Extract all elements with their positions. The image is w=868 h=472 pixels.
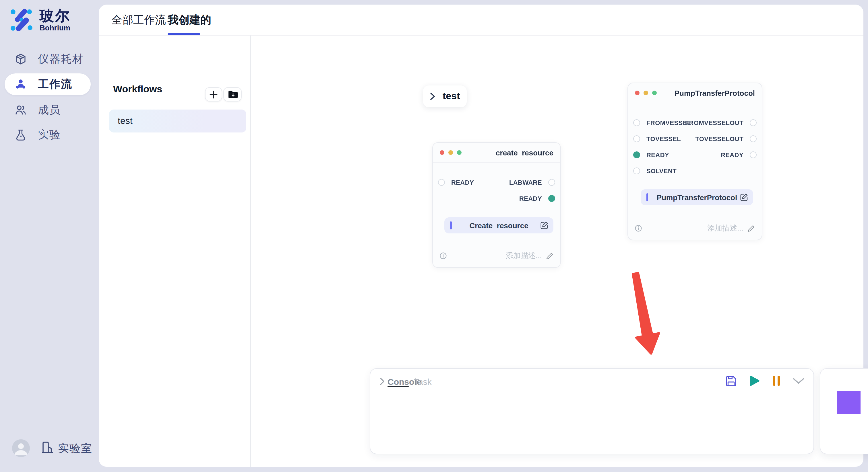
workflow-list-panel: Workflows test [99,36,250,467]
output-port-fromvesselout[interactable] [750,119,756,126]
node-footer: 添加描述... [433,250,560,267]
input-port-solvent[interactable] [633,167,640,174]
input-port-ready[interactable] [438,179,445,186]
pencil-icon [747,225,755,232]
canvas-breadcrumb[interactable]: test [423,86,467,107]
console-header: Console Task [370,369,813,394]
info-icon[interactable] [440,252,446,259]
port-label: READY [451,179,474,186]
active-tab-underline [167,33,200,35]
port-label: FROMVESSELOUT [685,119,743,126]
canvas-minimap[interactable] [820,368,868,454]
app-root: 玻尔 Bohrium 仪器耗材 [0,0,868,472]
save-icon[interactable] [725,375,737,386]
tab-all-workflows[interactable]: 全部工作流 [112,5,166,35]
bohrium-logo-icon [9,7,33,34]
port-row: FROMVESSEL FROMVESSELOUT [628,115,762,131]
output-port-labware[interactable] [548,179,555,186]
output-port-ready[interactable] [548,195,555,202]
port-row: SOLVENT [628,163,762,179]
node-title: PumpTransferProtocol [675,89,755,97]
description-placeholder: 添加描述... [707,223,743,233]
workflow-item-label: test [118,116,133,126]
port-label: SOLVENT [646,167,677,174]
port-label: TOVESSELOUT [695,135,743,142]
tab-my-created[interactable]: 我创建的 [167,5,211,35]
brand-name-cn: 玻尔 [40,7,71,24]
port-row: READY LABWARE [433,174,560,191]
user-avatar[interactable] [12,439,30,457]
output-port-tovesselout[interactable] [750,135,756,142]
sidebar-item-label: 工作流 [38,77,72,92]
console-panel: Console Task [370,368,814,454]
minimap-node [837,391,861,414]
tab-task[interactable]: Task [414,369,432,394]
sidebar-item-instruments[interactable]: 仪器耗材 [5,48,91,70]
port-label: TOVESSEL [646,135,681,142]
workflow-list-item-test[interactable]: test [109,109,246,133]
pill-label: PumpTransferProtocol [641,193,753,202]
port-label: READY [519,195,542,202]
sidebar-item-label: 实验 [38,127,61,142]
pill-accent-bar [450,222,452,229]
node-title: create_resource [496,148,553,157]
workflow-icon [15,78,26,90]
chevron-right-icon [430,92,435,100]
info-icon[interactable] [635,225,642,232]
port-row: TOVESSEL TOVESSELOUT [628,131,762,147]
pause-icon[interactable] [773,376,780,386]
brand-logo[interactable]: 玻尔 Bohrium [9,7,71,34]
brand-name-en: Bohrium [40,24,71,32]
edit-icon[interactable] [740,193,748,201]
workspace-label: 实验室 [58,441,92,456]
node-action-pill[interactable]: PumpTransferProtocol [641,189,753,205]
run-icon[interactable] [749,375,760,386]
node-create-resource[interactable]: create_resource READY LABWARE [432,142,561,268]
port-label: FROMVESSEL [646,119,691,126]
edit-icon[interactable] [540,222,548,229]
workflow-tabs-bar: 全部工作流 我创建的 [99,5,863,36]
workflow-canvas[interactable]: test 美化 [251,36,863,467]
collapse-chevron-icon[interactable] [793,378,804,384]
input-port-tovessel[interactable] [633,135,640,142]
description-placeholder: 添加描述... [506,250,542,261]
sidebar-footer: 实验室 [12,439,92,457]
port-label: LABWARE [509,179,542,186]
import-folder-button[interactable] [223,87,242,102]
port-label: READY [646,151,669,158]
experiment-icon [15,129,26,140]
input-port-fromvessel[interactable] [633,119,640,126]
folder-download-icon [228,90,237,99]
breadcrumb-label: test [443,91,460,102]
node-action-pill[interactable]: Create_resource [444,217,553,233]
console-output-area[interactable] [370,394,813,453]
main-content-card: 全部工作流 我创建的 Workflows [99,5,863,467]
node-pump-transfer-protocol[interactable]: PumpTransferProtocol FROMVESSEL FROMVESS… [627,82,763,240]
node-header: create_resource [433,143,560,163]
console-tab-underline [388,386,409,387]
add-description-control[interactable]: 添加描述... [506,250,553,261]
sidebar-item-label: 仪器耗材 [38,52,84,67]
add-workflow-button[interactable] [205,87,222,102]
pill-label: Create_resource [444,221,553,230]
add-description-control[interactable]: 添加描述... [707,223,755,233]
workspace-switcher[interactable]: 实验室 [41,441,92,456]
port-row: READY READY [628,147,762,163]
input-port-ready[interactable] [633,151,640,158]
node-header: PumpTransferProtocol [628,83,762,103]
node-dot-red [635,91,640,95]
expand-chevron-icon[interactable] [380,377,384,385]
building-icon [41,441,53,456]
node-dot-yellow [448,150,453,155]
output-port-ready[interactable] [750,151,756,158]
members-icon [15,104,26,116]
node-footer: 添加描述... [628,223,762,240]
sidebar-item-experiments[interactable]: 实验 [5,124,91,146]
port-row: READY [433,191,560,206]
sidebar-item-members[interactable]: 成员 [5,99,91,121]
port-label: READY [721,151,743,158]
pencil-icon [546,252,553,260]
node-dot-green [652,91,657,95]
node-dot-green [457,150,462,155]
sidebar-item-workflow[interactable]: 工作流 [5,73,91,95]
